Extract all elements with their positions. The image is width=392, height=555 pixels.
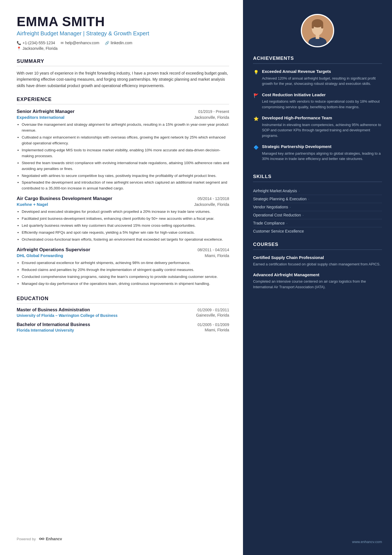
skill-5-label: Trade Compliance xyxy=(253,221,285,225)
job-1-location: Jacksonville, Florida xyxy=(194,115,229,120)
edu-2-location: Miami, Florida xyxy=(205,328,229,333)
job-1: Senior Airfreight Manager 01/2019 - Pres… xyxy=(17,109,229,191)
job-2-bullets: Developed and executed strategies for pr… xyxy=(17,209,229,243)
achievement-1-icon: 💡 xyxy=(253,69,259,75)
skills-section: SKILLS Airfreight Market Analysis · Stra… xyxy=(253,174,382,235)
job-3-bullets: Ensured operational excellence for airfr… xyxy=(17,260,229,287)
courses-title: COURSES xyxy=(253,242,382,250)
edu-2-degree: Bachelor of International Business xyxy=(17,322,90,327)
skill-1: Airfreight Market Analysis · xyxy=(253,187,382,195)
job-2-bullet-2: Facilitated joint business-development i… xyxy=(22,216,229,222)
achievement-2: 🚩 Cost Reduction Initiative Leader Led n… xyxy=(253,92,382,110)
edu-1: Master of Business Administration 01/200… xyxy=(17,307,229,319)
achievement-1: 💡 Exceeded Annual Revenue Targets Achiev… xyxy=(253,69,382,87)
footer-left: Powered by Enhancv xyxy=(17,528,229,541)
phone-number: +1-(234)-555-1234 xyxy=(23,41,55,45)
skill-2-label: Strategic Planning & Execution xyxy=(253,197,306,201)
edu-1-degree: Master of Business Administration xyxy=(17,307,90,312)
achievement-3-content: Developed High-Performance Team Instrume… xyxy=(262,115,382,138)
enhancv-brand: Enhancv xyxy=(39,537,62,541)
avatar-svg xyxy=(302,14,333,47)
linkedin-url: linkedin.com xyxy=(111,41,132,45)
edu-2-sub: Florida International University Miami, … xyxy=(17,328,229,333)
course-2-desc: Completed an intensive course centered o… xyxy=(253,279,382,290)
job-1-bullet-2: Cultivated a major enhancement in relati… xyxy=(22,135,229,146)
left-column: EMMA SMITH Airfreight Budget Manager | S… xyxy=(0,0,243,555)
job-1-bullet-4: Steered the team towards strict complian… xyxy=(22,160,229,172)
job-1-bullet-6: Spearheaded the development and introduc… xyxy=(22,180,229,191)
job-2-header: Air Cargo Business Development Manager 0… xyxy=(17,196,229,201)
achievement-3-desc: Instrumental in elevating team competenc… xyxy=(262,122,382,139)
job-3-sub: DHL Global Forwarding Miami, Florida xyxy=(17,253,229,258)
job-1-sub: Expeditors International Jacksonville, F… xyxy=(17,115,229,120)
job-2-sub: Kuehne + Nagel Jacksonville, Florida xyxy=(17,202,229,207)
skill-4-label: Operational Cost Reduction xyxy=(253,213,301,217)
footer-website: www.enhancv.com xyxy=(352,540,382,544)
summary-section: SUMMARY With over 10 years of experience… xyxy=(17,58,229,89)
achievement-2-title: Cost Reduction Initiative Leader xyxy=(262,92,382,98)
job-2-location: Jacksonville, Florida xyxy=(194,202,229,207)
skill-1-dot: · xyxy=(299,189,300,193)
course-1: Certified Supply Chain Professional Earn… xyxy=(253,255,382,267)
candidate-title: Airfreight Budget Manager | Strategy & G… xyxy=(17,30,229,37)
edu-1-dates: 01/2009 - 01/2011 xyxy=(198,308,229,312)
job-3-bullet-3: Conducted comprehensive training program… xyxy=(22,274,229,280)
profile-photo xyxy=(301,14,334,47)
phone-item: 📞 +1-(234)-555-1234 xyxy=(17,41,55,45)
email-address: help@enhancv.com xyxy=(65,41,99,45)
job-2: Air Cargo Business Development Manager 0… xyxy=(17,196,229,243)
achievement-4-icon: 🔷 xyxy=(253,144,259,151)
skill-4: Operational Cost Reduction · xyxy=(253,211,382,219)
job-3-title: Airfreight Operations Supervisor xyxy=(17,247,90,253)
skill-3-label: Vendor Negotiations xyxy=(253,205,288,209)
location-icon: 📍 xyxy=(17,46,21,51)
course-2: Advanced Airfreight Management Completed… xyxy=(253,272,382,290)
job-2-company: Kuehne + Nagel xyxy=(17,202,48,207)
candidate-name: EMMA SMITH xyxy=(17,14,229,29)
achievement-2-desc: Led negotiations with vendors to reduce … xyxy=(262,99,382,110)
skill-1-label: Airfreight Market Analysis xyxy=(253,189,297,193)
edu-1-header: Master of Business Administration 01/200… xyxy=(17,307,229,312)
experience-section: EXPERIENCE Senior Airfreight Manager 01/… xyxy=(17,97,229,288)
job-3-header: Airfreight Operations Supervisor 08/2011… xyxy=(17,247,229,253)
achievement-2-content: Cost Reduction Initiative Leader Led neg… xyxy=(262,92,382,110)
course-1-title: Certified Supply Chain Professional xyxy=(253,255,382,260)
edu-1-school: University of Florida – Warrington Colle… xyxy=(17,313,118,319)
job-1-bullet-1: Oversaw the management and strategy alig… xyxy=(22,122,229,134)
job-2-bullet-3: Led quarterly business reviews with key … xyxy=(22,223,229,229)
linkedin-item: 🔗 linkedin.com xyxy=(105,41,132,45)
achievement-4: 🔷 Strategic Partnership Development Mana… xyxy=(253,144,382,162)
location-text: Jacksonville, Florida xyxy=(23,46,58,51)
experience-title: EXPERIENCE xyxy=(17,97,229,104)
job-2-bullet-5: Orchestrated cross-functional team effor… xyxy=(22,237,229,243)
achievement-4-title: Strategic Partnership Development xyxy=(262,144,382,149)
phone-icon: 📞 xyxy=(17,41,21,45)
achievement-2-icon: 🚩 xyxy=(253,93,259,99)
skill-6-label: Customer Service Excellence xyxy=(253,229,304,233)
summary-text: With over 10 years of experience in the … xyxy=(17,70,229,89)
education-title: EDUCATION xyxy=(17,296,229,304)
enhancv-name: Enhancv xyxy=(46,537,62,541)
skill-2-dot: · xyxy=(308,197,309,201)
achievement-4-content: Strategic Partnership Development Manage… xyxy=(262,144,382,162)
job-1-bullets: Oversaw the management and strategy alig… xyxy=(17,122,229,191)
edu-2-header: Bachelor of International Business 01/20… xyxy=(17,322,229,327)
link-icon: 🔗 xyxy=(105,41,109,45)
job-3-bullet-1: Ensured operational excellence for airfr… xyxy=(22,260,229,266)
course-1-desc: Earned a certification focused on global… xyxy=(253,262,382,267)
header: EMMA SMITH Airfreight Budget Manager | S… xyxy=(17,14,229,51)
svg-rect-6 xyxy=(316,34,319,39)
edu-1-sub: University of Florida – Warrington Colle… xyxy=(17,313,229,319)
job-2-title: Air Cargo Business Development Manager xyxy=(17,196,112,201)
job-3-location: Miami, Florida xyxy=(205,253,229,258)
achievement-1-title: Exceeded Annual Revenue Targets xyxy=(262,69,382,74)
edu-2-dates: 01/2005 - 01/2009 xyxy=(198,322,229,327)
job-3: Airfreight Operations Supervisor 08/2011… xyxy=(17,247,229,287)
profile-photo-container xyxy=(253,14,382,47)
education-section: EDUCATION Master of Business Administrat… xyxy=(17,296,229,333)
achievement-3-title: Developed High-Performance Team xyxy=(262,115,382,121)
skills-title: SKILLS xyxy=(253,174,382,182)
skill-3: Vendor Negotiations · xyxy=(253,203,382,211)
achievements-title: ACHIEVEMENTS xyxy=(253,56,382,64)
job-2-bullet-4: Efficiently managed RFQs and spot rate r… xyxy=(22,230,229,236)
